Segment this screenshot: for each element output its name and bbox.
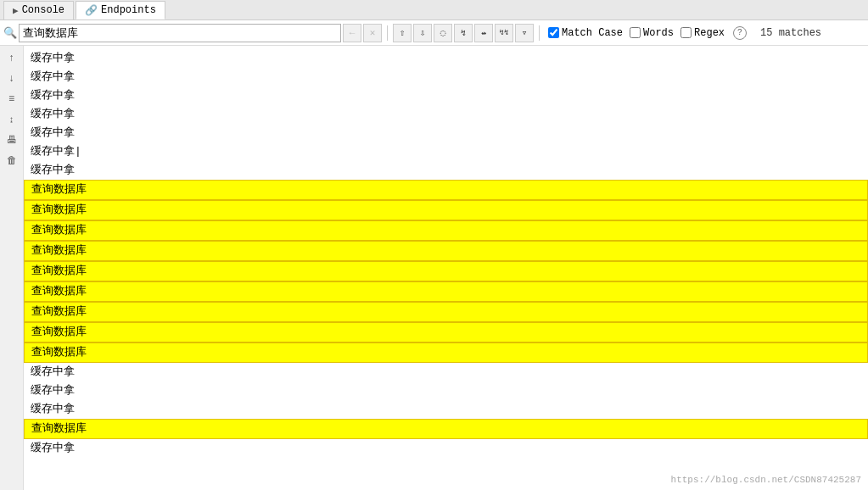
line-item: 查询数据库 (24, 342, 868, 363)
prev-match-button[interactable]: ← (343, 24, 361, 42)
match-case-option[interactable]: Match Case (548, 27, 623, 39)
close-search-button[interactable]: ✕ (363, 24, 382, 42)
move-up-button[interactable]: ⇧ (393, 24, 412, 42)
main-layout: ↑ ↓ ≡ ↨ 🖶 🗑 缓存中拿缓存中拿缓存中拿缓存中拿缓存中拿缓存中拿|缓存中… (0, 46, 868, 490)
move-down-button[interactable]: ⇩ (413, 24, 432, 42)
tab-endpoints-label: Endpoints (101, 4, 156, 16)
indent-button[interactable]: ↨ (3, 110, 21, 129)
scroll-to-button[interactable]: ◌ (434, 24, 452, 42)
tab-endpoints[interactable]: 🔗 Endpoints (76, 1, 165, 19)
line-item: 缓存中拿| (24, 142, 868, 161)
wrap-button[interactable]: ↯ (454, 24, 473, 42)
divider-2 (539, 25, 540, 41)
line-item: 查询数据库 (24, 200, 868, 220)
words-checkbox[interactable] (630, 27, 641, 38)
line-item: 查询数据库 (24, 261, 868, 281)
scroll-down-button[interactable]: ↓ (3, 70, 21, 88)
delete-button[interactable]: 🗑 (3, 151, 21, 170)
search-bar: 🔍 ← ✕ ⇧ ⇩ ◌ ↯ ↮ ↯↯ ▿ Match Case Words Re… (0, 20, 868, 46)
line-item: 查询数据库 (24, 180, 868, 200)
words-label: Words (643, 27, 674, 39)
divider-1 (387, 25, 388, 41)
regex-label: Regex (694, 27, 725, 39)
print-button[interactable]: 🖶 (3, 131, 21, 149)
line-item: 查询数据库 (24, 302, 868, 322)
line-item: 缓存中拿 (24, 381, 868, 400)
words-option[interactable]: Words (630, 27, 674, 39)
line-item: 查询数据库 (24, 419, 868, 439)
console-icon: ▶ (13, 5, 19, 16)
regex-checkbox[interactable] (680, 27, 692, 38)
regex-option[interactable]: Regex (680, 27, 725, 39)
line-item: 缓存中拿 (24, 400, 868, 419)
left-toolbar: ↑ ↓ ≡ ↨ 🖶 🗑 (0, 46, 24, 490)
scroll-up-button[interactable]: ↑ (3, 49, 21, 68)
line-item: 缓存中拿 (24, 124, 868, 142)
help-button[interactable]: ? (733, 26, 747, 40)
search-input[interactable] (19, 24, 341, 42)
line-item: 缓存中拿 (24, 68, 868, 86)
line-item: 查询数据库 (24, 220, 868, 241)
tab-console-label: Console (22, 4, 64, 16)
match-case-checkbox[interactable] (548, 27, 559, 38)
watermark: https://blog.csdn.net/CSDN87425287 (671, 475, 861, 485)
match-count: 15 matches (760, 27, 821, 39)
line-item: 缓存中拿 (24, 105, 868, 124)
unwrap-button[interactable]: ↮ (474, 24, 493, 42)
line-item: 缓存中拿 (24, 86, 868, 105)
line-item: 缓存中拿 (24, 161, 868, 180)
line-item: 缓存中拿 (24, 363, 868, 381)
tab-bar: ▶ Console 🔗 Endpoints (0, 0, 868, 20)
line-item: 查询数据库 (24, 241, 868, 261)
wrap2-button[interactable]: ↯↯ (495, 24, 513, 42)
search-icon: 🔍 (3, 26, 17, 40)
line-item: 查询数据库 (24, 322, 868, 342)
line-item: 缓存中拿 (24, 439, 868, 458)
line-item: 查询数据库 (24, 281, 868, 302)
match-case-label: Match Case (562, 27, 623, 39)
endpoints-icon: 🔗 (85, 4, 98, 17)
list-button[interactable]: ≡ (3, 90, 21, 109)
filter-button[interactable]: ▿ (515, 24, 534, 42)
line-item: 缓存中拿 (24, 49, 868, 68)
tab-console[interactable]: ▶ Console (3, 1, 74, 19)
content-area: 缓存中拿缓存中拿缓存中拿缓存中拿缓存中拿缓存中拿|缓存中拿查询数据库查询数据库查… (24, 46, 868, 490)
match-options: Match Case Words Regex ? 15 matches (548, 26, 821, 40)
